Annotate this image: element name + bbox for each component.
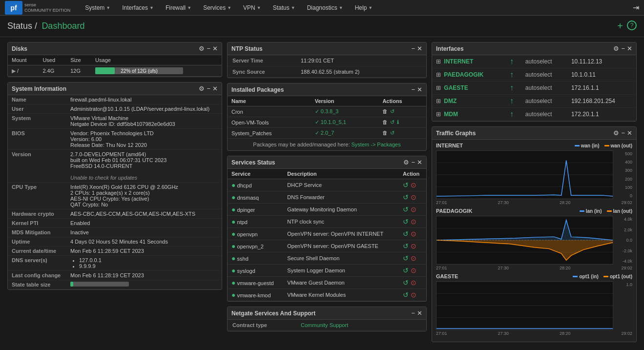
table-row: ● sshd Secure Shell Daemon ↺ ⊙ (228, 252, 426, 265)
service-stop-icon[interactable]: ⊙ (411, 230, 416, 238)
iface-close-icon[interactable]: ✕ (627, 45, 632, 52)
iface-name[interactable]: INTERNET (444, 58, 473, 65)
nav-firewall[interactable]: Firewall▼ (161, 2, 196, 13)
svc-col-action: Action (399, 169, 426, 179)
nav-interfaces[interactable]: Interfaces▼ (117, 2, 159, 13)
packages-link[interactable]: System -> Packages (352, 142, 401, 147)
nav-status[interactable]: Status▼ (268, 2, 300, 13)
legend-in-label: lan (in) (586, 208, 602, 214)
iface-minimize-icon[interactable]: − (621, 45, 625, 52)
nav-vpn[interactable]: VPN▼ (238, 2, 266, 13)
pkg-reinstall-icon[interactable]: ↺ (390, 119, 395, 125)
service-stop-icon[interactable]: ⊙ (411, 193, 416, 201)
iface-name[interactable]: GAESTE (444, 84, 468, 91)
traffic-settings-icon[interactable]: ⚙ (613, 129, 619, 137)
service-restart-icon[interactable]: ↺ (403, 267, 409, 274)
pkg-reinstall-icon[interactable]: ↺ (390, 130, 395, 136)
nav-help[interactable]: Help▼ (350, 2, 378, 13)
netgate-minimize-icon[interactable]: − (411, 309, 415, 317)
table-row: Kernel PTIEnabled (8, 219, 222, 228)
nav-diagnostics[interactable]: Diagnostics▼ (302, 2, 348, 13)
service-restart-icon[interactable]: ↺ (403, 254, 409, 262)
expand-icon[interactable]: ▶ (12, 68, 16, 74)
iface-up-arrow: ↑ (510, 97, 514, 105)
sysinfo-close-icon[interactable]: ✕ (212, 85, 218, 92)
y-label: 300 (615, 168, 632, 173)
nav-system[interactable]: System▼ (80, 2, 115, 13)
help-icon[interactable]: ? (627, 21, 637, 30)
add-widget-button[interactable]: + (617, 21, 623, 32)
packages-minimize-icon[interactable]: − (411, 86, 415, 93)
pkg-delete-icon[interactable]: 🗑 (382, 130, 388, 136)
y-label: 2.0k (615, 227, 632, 232)
netgate-close-icon[interactable]: ✕ (417, 309, 422, 317)
pkg-reinstall-icon[interactable]: ↺ (390, 108, 395, 115)
packages-close-icon[interactable]: ✕ (417, 86, 422, 93)
chevron-down-icon: ▼ (106, 5, 110, 10)
service-restart-icon[interactable]: ↺ (403, 193, 409, 201)
service-stop-icon[interactable]: ⊙ (411, 218, 416, 226)
sysinfo-minimize-icon[interactable]: − (207, 85, 210, 92)
services-minimize-icon[interactable]: − (411, 159, 415, 166)
disk-usage-bar: 22% of 12G (ufs) (95, 67, 183, 74)
netgate-widget: Netgate Services And Support − ✕ Contrac… (227, 307, 427, 331)
service-restart-icon[interactable]: ↺ (403, 279, 409, 287)
disks-widget: Disks ⚙ − ✕ Mount Used Size Usage (7, 42, 222, 77)
disks-settings-icon[interactable]: ⚙ (199, 45, 205, 52)
service-stop-icon[interactable]: ⊙ (411, 291, 416, 299)
brand-tagline: senseCOMMUNITY EDITION (24, 2, 70, 13)
service-stop-icon[interactable]: ⊙ (411, 206, 416, 213)
services-close-icon[interactable]: ✕ (417, 159, 422, 166)
service-restart-icon[interactable]: ↺ (403, 230, 409, 238)
service-status-icon: ● (231, 218, 235, 226)
time-label: 27:30 (498, 266, 509, 270)
service-stop-icon[interactable]: ⊙ (411, 254, 416, 262)
nav-services[interactable]: Services▼ (198, 2, 236, 13)
iface-network-icon: ⊞ (436, 71, 441, 78)
iface-up-arrow: ↑ (510, 110, 514, 118)
ntp-minimize-icon[interactable]: − (411, 45, 415, 52)
y-label: -4.0k (615, 259, 632, 264)
pkg-delete-icon[interactable]: 🗑 (382, 119, 388, 125)
iface-name[interactable]: PAEDAGOGIK (444, 71, 483, 78)
graph-area-in (436, 220, 613, 240)
service-stop-icon[interactable]: ⊙ (411, 181, 416, 189)
iface-name[interactable]: MDM (444, 111, 458, 118)
interfaces-widget: Interfaces ⚙ − ✕ ⊞ INTERNET ↑ autoselect… (432, 42, 637, 122)
iface-name[interactable]: DMZ (444, 98, 457, 104)
graph-name: PAEDAGOGIK (436, 208, 472, 214)
ntp-close-icon[interactable]: ✕ (417, 45, 422, 52)
time-axis-labels: 27:0127:3028:2029:02 (436, 200, 632, 205)
service-restart-icon[interactable]: ↺ (403, 291, 409, 299)
service-restart-icon[interactable]: ↺ (403, 181, 409, 189)
packages-header: Installed Packages − ✕ (228, 83, 426, 96)
table-row: ● vmware-kmod VMware Kernel Modules ↺ ⊙ (228, 289, 426, 301)
nav-menu: System▼ Interfaces▼ Firewall▼ Services▼ … (80, 2, 633, 13)
iface-settings-icon[interactable]: ⚙ (613, 45, 619, 52)
pkg-delete-icon[interactable]: 🗑 (382, 108, 388, 115)
service-stop-icon[interactable]: ⊙ (411, 267, 416, 274)
graph-svg (436, 282, 613, 329)
chevron-down-icon: ▼ (339, 5, 343, 10)
services-table: Service Description Action ● dhcpd DHCP … (228, 169, 426, 301)
service-restart-icon[interactable]: ↺ (403, 218, 409, 226)
disks-minimize-icon[interactable]: − (207, 45, 210, 52)
traffic-minimize-icon[interactable]: − (621, 129, 625, 137)
service-stop-icon[interactable]: ⊙ (411, 242, 416, 250)
disks-close-icon[interactable]: ✕ (212, 45, 218, 52)
contract-link[interactable]: Community Support (301, 322, 348, 328)
y-label: 500 (615, 151, 632, 156)
service-restart-icon[interactable]: ↺ (403, 242, 409, 250)
disks-controls: ⚙ − ✕ (199, 45, 218, 52)
table-row: Version2.7.0-DEVELOPMENT (amd64)built on… (8, 150, 222, 183)
graph-area (436, 150, 613, 199)
legend-out-label: wan (out) (611, 143, 632, 148)
service-stop-icon[interactable]: ⊙ (411, 279, 416, 287)
disks-col-mount: Mount (8, 55, 39, 65)
traffic-close-icon[interactable]: ✕ (627, 129, 632, 137)
logout-button[interactable]: ⇥ (633, 3, 639, 12)
services-settings-icon[interactable]: ⚙ (403, 159, 409, 166)
service-restart-icon[interactable]: ↺ (403, 206, 409, 213)
sysinfo-settings-icon[interactable]: ⚙ (199, 85, 205, 92)
pkg-info-icon[interactable]: ℹ (397, 119, 399, 125)
